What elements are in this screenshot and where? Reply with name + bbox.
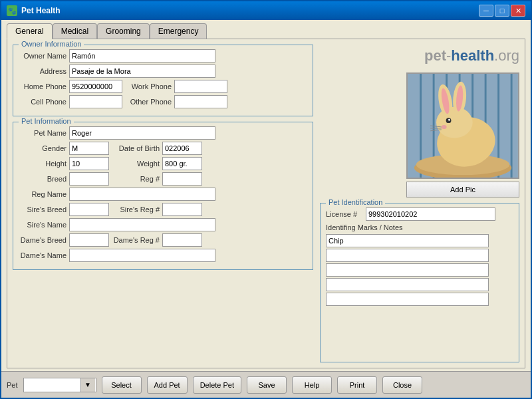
- left-panel: Owner Information Owner Name Address Hom…: [13, 45, 313, 362]
- owner-name-input[interactable]: [69, 49, 215, 63]
- tab-content-general: Owner Information Owner Name Address Hom…: [7, 39, 525, 368]
- address-label: Address: [19, 67, 66, 75]
- reg-label: Reg #: [112, 175, 160, 183]
- pet-photo-area: Add Pic: [320, 72, 519, 198]
- pet-dropdown[interactable]: ▼: [23, 378, 96, 392]
- dames-breed-label: Dame's Breed: [19, 236, 66, 244]
- help-button[interactable]: Help: [292, 376, 332, 394]
- other-phone-label: Other Phone: [125, 98, 172, 106]
- dames-reg-label: Dame's Reg #: [112, 236, 160, 244]
- reg-name-input[interactable]: [69, 188, 215, 201]
- dames-name-label: Dame's Name: [19, 251, 66, 259]
- cell-other-row: Cell Phone Other Phone: [19, 95, 307, 108]
- notes-input-5[interactable]: [326, 293, 489, 306]
- other-phone-input[interactable]: [174, 95, 227, 108]
- tab-grooming[interactable]: Grooming: [97, 23, 150, 39]
- height-label: Height: [19, 160, 66, 168]
- sires-reg-label: Sire's Reg #: [112, 205, 160, 213]
- sires-breed-label: Sire's Breed: [19, 205, 66, 213]
- pet-id-section: Pet Identification License # Identifing …: [320, 203, 519, 362]
- select-button[interactable]: Select: [102, 376, 142, 394]
- main-area: Owner Information Owner Name Address Hom…: [13, 45, 519, 362]
- sires-breed-input[interactable]: [69, 203, 109, 216]
- notes-input-1[interactable]: [326, 234, 489, 247]
- work-phone-input[interactable]: [174, 80, 227, 93]
- height-input[interactable]: [69, 157, 109, 170]
- main-window: 🐾 Pet Health ─ □ ✕ General Medical Groom…: [0, 0, 532, 399]
- dames-reg-input[interactable]: [162, 233, 202, 247]
- pet-section: Pet Information Pet Name Gender Date of …: [13, 122, 313, 270]
- cell-phone-input[interactable]: [69, 95, 122, 108]
- pet-name-row: Pet Name: [19, 126, 307, 140]
- reg-name-row: Reg Name: [19, 188, 307, 201]
- height-weight-row: Height Weight: [19, 157, 307, 170]
- sires-reg-input[interactable]: [162, 203, 202, 216]
- pet-dropdown-input[interactable]: [24, 378, 80, 392]
- dames-breed-input[interactable]: [69, 233, 109, 247]
- breed-input[interactable]: [69, 172, 109, 186]
- close-window-button[interactable]: ✕: [511, 5, 525, 17]
- sires-name-label: Sire's Name: [19, 221, 66, 229]
- address-row: Address: [19, 65, 307, 78]
- tab-bar: General Medical Grooming Emergency: [7, 23, 525, 39]
- tab-medical[interactable]: Medical: [53, 23, 97, 39]
- tab-emergency[interactable]: Emergency: [150, 23, 207, 39]
- pet-bottom-label: Pet: [7, 381, 18, 389]
- maximize-button[interactable]: □: [495, 5, 509, 17]
- delete-pet-button[interactable]: Delete Pet: [193, 376, 241, 394]
- gender-dob-row: Gender Date of Birth: [19, 142, 307, 155]
- sires-name-row: Sire's Name: [19, 218, 307, 231]
- notes-input-2[interactable]: [326, 249, 489, 262]
- gender-input[interactable]: [69, 142, 109, 155]
- pet-id-title: Pet Identification: [326, 198, 385, 206]
- content-area: General Medical Grooming Emergency Owner…: [1, 20, 531, 371]
- pet-name-label: Pet Name: [19, 129, 66, 137]
- reg-input[interactable]: [162, 172, 202, 186]
- gender-label: Gender: [19, 144, 66, 152]
- svg-point-19: [442, 125, 447, 129]
- save-button[interactable]: Save: [247, 376, 287, 394]
- title-bar-buttons: ─ □ ✕: [479, 5, 525, 17]
- app-icon: 🐾: [7, 5, 17, 16]
- address-input[interactable]: [69, 65, 215, 78]
- logo-area: pet-health.org: [320, 45, 519, 67]
- window-title: Pet Health: [21, 6, 61, 15]
- breed-label: Breed: [19, 175, 66, 183]
- minimize-button[interactable]: ─: [479, 5, 493, 17]
- sires-name-input[interactable]: [69, 218, 215, 231]
- weight-input[interactable]: [162, 157, 202, 170]
- license-label: License #: [326, 210, 363, 218]
- close-button[interactable]: Close: [382, 376, 422, 394]
- notes-input-4[interactable]: [326, 278, 489, 291]
- weight-label: Weight: [112, 160, 160, 168]
- tab-general[interactable]: General: [7, 23, 53, 39]
- home-phone-input[interactable]: [69, 80, 122, 93]
- title-bar: 🐾 Pet Health ─ □ ✕: [1, 1, 531, 20]
- home-phone-label: Home Phone: [19, 82, 66, 90]
- license-row: License #: [326, 207, 513, 221]
- marks-label: Identifing Marks / Notes: [326, 223, 403, 231]
- work-phone-label: Work Phone: [125, 82, 172, 90]
- owner-section: Owner Information Owner Name Address Hom…: [13, 45, 313, 116]
- dob-input[interactable]: [162, 142, 202, 155]
- add-pet-button[interactable]: Add Pet: [147, 376, 188, 394]
- logo-pet: pet: [424, 47, 446, 64]
- print-button[interactable]: Print: [337, 376, 377, 394]
- pet-name-input[interactable]: [69, 126, 215, 140]
- dames-breed-row: Dame's Breed Dame's Reg #: [19, 233, 307, 247]
- license-input[interactable]: [366, 207, 495, 221]
- bottom-bar: Pet ▼ Select Add Pet Delete Pet Save Hel…: [1, 371, 531, 398]
- cell-phone-label: Cell Phone: [19, 98, 66, 106]
- dob-label: Date of Birth: [112, 144, 160, 152]
- owner-name-label: Owner Name: [19, 52, 66, 60]
- owner-section-title: Owner Information: [19, 40, 84, 48]
- dames-name-input[interactable]: [69, 249, 215, 262]
- add-pic-button[interactable]: Add Pic: [406, 182, 519, 198]
- notes-input-3[interactable]: [326, 263, 489, 277]
- pet-photo: [406, 72, 519, 179]
- phones-row: Home Phone Work Phone: [19, 80, 307, 93]
- logo-health: health: [451, 47, 494, 64]
- dropdown-arrow-icon[interactable]: ▼: [80, 378, 95, 392]
- pet-photo-svg: [408, 74, 518, 178]
- sires-breed-row: Sire's Breed Sire's Reg #: [19, 203, 307, 216]
